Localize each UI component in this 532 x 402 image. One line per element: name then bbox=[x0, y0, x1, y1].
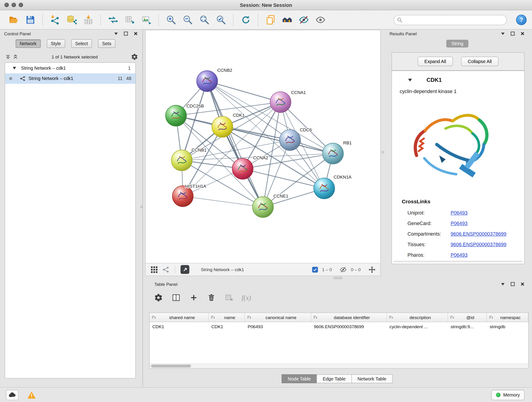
import-network-file-button[interactable] bbox=[48, 13, 62, 27]
float-panel-icon[interactable] bbox=[510, 281, 515, 287]
crosslink-link[interactable]: 9606.ENSP00000378699 bbox=[451, 242, 507, 247]
tab-edge-table[interactable]: Edge Table bbox=[317, 374, 352, 383]
import-table-button[interactable] bbox=[81, 13, 95, 27]
network-node-CCNA1[interactable] bbox=[270, 92, 291, 113]
protein-card-header[interactable]: CDK1 bbox=[392, 75, 524, 84]
network-edge[interactable] bbox=[243, 169, 324, 188]
network-node-CCNB1[interactable] bbox=[171, 150, 192, 171]
float-panel-icon[interactable] bbox=[123, 31, 129, 36]
expand-all-chevron-icon[interactable] bbox=[12, 53, 19, 60]
network-edge[interactable] bbox=[207, 81, 280, 102]
column-header-name[interactable]: name bbox=[209, 313, 245, 322]
tab-network-table[interactable]: Network Table bbox=[351, 374, 393, 383]
network-edge[interactable] bbox=[183, 196, 263, 207]
clone-network-button[interactable] bbox=[106, 13, 120, 27]
warnings-button[interactable] bbox=[26, 390, 37, 400]
network-canvas[interactable]: CCNB2CCNA1CDC25BCDK1CDC6RB1CCNB1CCNA2CDK… bbox=[146, 30, 380, 263]
tab-style[interactable]: Style bbox=[47, 39, 65, 48]
expand-all-button[interactable]: Expand All bbox=[418, 57, 453, 66]
network-node-CDC6[interactable] bbox=[279, 129, 301, 151]
table-row[interactable]: CDK1CDK1P064939606.ENSP00000378699cyclin… bbox=[150, 322, 528, 331]
zoom-in-button[interactable] bbox=[164, 13, 178, 27]
network-node-CCNE1[interactable] bbox=[253, 197, 273, 218]
scrollbar-thumb[interactable] bbox=[151, 364, 191, 367]
table-horizontal-scrollbar[interactable] bbox=[150, 364, 528, 368]
column-header-shared-name[interactable]: shared name bbox=[150, 313, 209, 322]
tab-string[interactable]: String bbox=[446, 40, 469, 47]
tab-sets[interactable]: Sets bbox=[98, 39, 115, 48]
delete-table-icon[interactable] bbox=[224, 293, 234, 303]
export-image-button[interactable] bbox=[139, 13, 153, 27]
vertical-splitter-grip[interactable] bbox=[140, 206, 143, 208]
show-eye-button[interactable] bbox=[313, 13, 327, 27]
column-header-namespac[interactable]: namespac bbox=[487, 313, 528, 322]
hide-glasses-button[interactable] bbox=[297, 13, 310, 27]
crosslink-link[interactable]: 9606.ENSP00000378699 bbox=[451, 231, 507, 236]
column-header-canonical-name[interactable]: canonical name bbox=[245, 313, 311, 322]
zoom-fit-button[interactable] bbox=[197, 13, 211, 27]
close-panel-icon[interactable] bbox=[133, 31, 139, 36]
application-window: Session: New Session bbox=[0, 0, 532, 402]
collapse-protein-icon[interactable] bbox=[408, 77, 413, 82]
network-node-CCNA2[interactable] bbox=[232, 158, 253, 179]
collapse-panel-icon[interactable] bbox=[500, 31, 506, 36]
apply-layout-button[interactable] bbox=[239, 13, 253, 27]
collapse-panel-icon[interactable] bbox=[114, 31, 119, 36]
tree-expander-icon[interactable] bbox=[12, 66, 17, 70]
network-node-CDK1[interactable] bbox=[212, 116, 233, 138]
vertical-splitter-grip[interactable] bbox=[382, 151, 384, 153]
network-options-gear-icon[interactable] bbox=[130, 53, 139, 61]
network-node-CDC25B[interactable] bbox=[165, 105, 186, 126]
show-columns-icon[interactable] bbox=[171, 293, 181, 303]
network-edge[interactable] bbox=[207, 81, 263, 207]
grid-view-icon[interactable] bbox=[150, 266, 158, 274]
network-view[interactable]: CCNB2CCNA1CDC25BCDK1CDC6RB1CCNB1CCNA2CDK… bbox=[145, 30, 381, 276]
crosslink-link[interactable]: P06493 bbox=[451, 252, 468, 258]
open-session-button[interactable] bbox=[7, 13, 20, 27]
network-node-HIST1H1A[interactable] bbox=[172, 186, 193, 207]
birds-eye-share-icon[interactable] bbox=[162, 266, 169, 274]
copy-style-button[interactable] bbox=[264, 13, 277, 27]
float-panel-icon[interactable] bbox=[510, 31, 515, 36]
add-column-plus-icon[interactable] bbox=[189, 293, 199, 303]
collapse-all-button[interactable]: Collapse All bbox=[461, 57, 499, 66]
protein-card-scrollbar[interactable] bbox=[394, 261, 523, 262]
string-home-button[interactable] bbox=[280, 13, 294, 27]
node-table[interactable]: shared namenamecanonical namedatabase id… bbox=[149, 313, 529, 369]
crosslink-link[interactable]: P06493 bbox=[451, 220, 468, 226]
network-node-RB1[interactable] bbox=[323, 143, 344, 164]
search-input[interactable] bbox=[394, 15, 507, 25]
zoom-out-button[interactable] bbox=[181, 13, 194, 27]
table-options-gear-icon[interactable] bbox=[153, 293, 163, 303]
pan-crosshair-icon[interactable] bbox=[368, 266, 376, 274]
tab-network[interactable]: Network bbox=[16, 39, 41, 48]
horizontal-splitter-grip[interactable] bbox=[334, 277, 342, 279]
close-panel-icon[interactable] bbox=[520, 31, 525, 36]
zoom-selected-button[interactable] bbox=[214, 13, 228, 27]
tab-select[interactable]: Select bbox=[71, 39, 92, 48]
network-node-CDKN1A[interactable] bbox=[314, 178, 335, 199]
save-session-button[interactable] bbox=[23, 13, 37, 27]
hidden-eye-slash-icon[interactable] bbox=[339, 266, 347, 274]
cloud-status-button[interactable] bbox=[6, 390, 18, 400]
delete-column-trash-icon[interactable] bbox=[206, 293, 216, 303]
table-cell: cyclin-dependent ... bbox=[387, 322, 448, 331]
column-header-description[interactable]: description bbox=[387, 313, 448, 322]
network-row-selected[interactable]: String Network – cdk1 11 48 bbox=[5, 73, 135, 84]
function-builder-button[interactable]: f(x) bbox=[241, 294, 251, 302]
export-table-button[interactable] bbox=[123, 13, 136, 27]
help-button[interactable]: ? bbox=[516, 15, 526, 25]
tab-node-table[interactable]: Node Table bbox=[282, 374, 317, 383]
crosslink-link[interactable]: P06493 bbox=[451, 210, 468, 216]
open-in-browser-icon[interactable] bbox=[181, 265, 190, 274]
import-network-database-button[interactable] bbox=[65, 13, 78, 27]
close-panel-icon[interactable] bbox=[520, 281, 525, 287]
collapse-panel-icon[interactable] bbox=[500, 281, 506, 287]
network-node-CCNB2[interactable] bbox=[196, 70, 218, 92]
column-header-database-identifier[interactable]: database identifier bbox=[311, 313, 387, 322]
selected-checkbox-icon[interactable] bbox=[312, 267, 318, 272]
collapse-all-chevron-icon[interactable] bbox=[4, 53, 12, 60]
network-collection-row[interactable]: String Network – cdk1 1 bbox=[5, 63, 135, 73]
memory-button[interactable]: Memory bbox=[491, 390, 525, 400]
column-header--id[interactable]: @id bbox=[448, 313, 487, 322]
